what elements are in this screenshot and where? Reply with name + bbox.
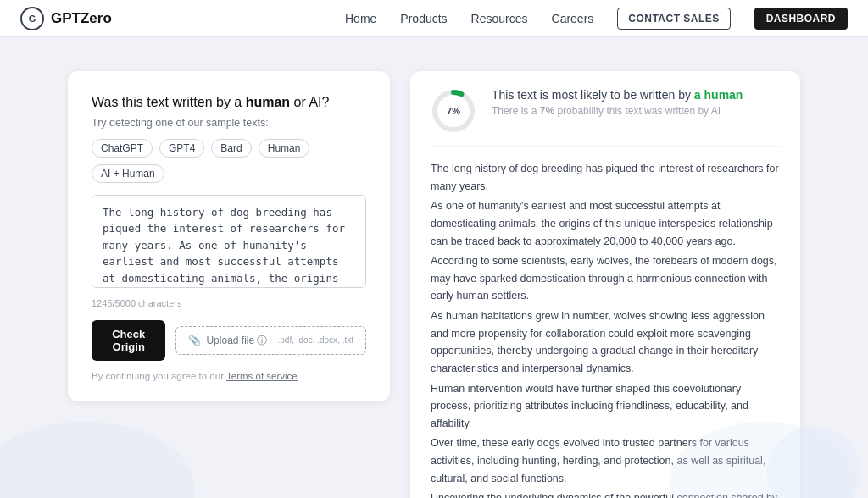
header: G GPTZero Home Products Resources Career… (0, 0, 868, 37)
result-paragraph: According to some scientists, early wolv… (431, 252, 780, 305)
result-header: 7% This text is most likely to be writte… (431, 88, 780, 147)
sample-chip[interactable]: Bard (211, 139, 251, 158)
upload-icon: 📎 (188, 334, 201, 348)
result-prefix: This text is most likely to be written b… (492, 88, 694, 102)
sample-chips: ChatGPTGPT4BardHumanAI + Human (92, 139, 366, 183)
nav-home[interactable]: Home (345, 12, 376, 25)
donut-percentage: 7% (447, 106, 460, 116)
sub-pct: 7% (540, 105, 554, 117)
result-paragraph: Uncovering the underlying dynamics of th… (431, 490, 780, 498)
card-title: Was this text written by a human or AI? (92, 95, 366, 110)
main-nav: Home Products Resources Careers CONTACT … (345, 8, 848, 30)
logo-icon: G (20, 7, 44, 30)
action-row: Check Origin 📎 Upload file ⓘ .pdf, .doc,… (92, 320, 366, 361)
result-human-label: a human (694, 88, 743, 102)
terms-prefix: By continuing you agree to our (92, 371, 226, 381)
terms-text: By continuing you agree to our Terms of … (92, 371, 366, 381)
sample-chip[interactable]: AI + Human (92, 164, 164, 183)
result-body: The long history of dog breeding has piq… (431, 160, 780, 498)
result-main: This text is most likely to be written b… (492, 88, 743, 102)
sample-label: Try detecting one of our sample texts: (92, 117, 366, 129)
result-paragraph: The long history of dog breeding has piq… (431, 160, 780, 195)
result-card: 7% This text is most likely to be writte… (410, 71, 800, 498)
textarea-wrapper (92, 195, 366, 291)
char-count: 1245/5000 characters (92, 298, 366, 308)
title-bold: human (246, 95, 290, 109)
sub-suffix: probability this text was written by AI (554, 105, 721, 117)
check-origin-button[interactable]: Check Origin (92, 320, 165, 361)
input-card: Was this text written by a human or AI? … (68, 71, 390, 401)
sample-chip[interactable]: GPT4 (159, 139, 204, 158)
upload-file-button[interactable]: 📎 Upload file ⓘ .pdf, .doc, .docx, .txt (175, 326, 366, 356)
nav-careers[interactable]: Careers (552, 12, 594, 25)
contact-sales-button[interactable]: CONTACT SALES (617, 8, 730, 30)
title-suffix: or AI? (290, 95, 329, 109)
result-paragraph: As human habitations grew in number, wol… (431, 307, 780, 378)
terms-link[interactable]: Terms of service (226, 371, 298, 381)
sample-chip[interactable]: Human (259, 139, 310, 158)
upload-label: Upload file ⓘ (206, 334, 267, 348)
result-paragraph: Human intervention would have further sh… (431, 380, 780, 433)
result-text: This text is most likely to be written b… (492, 88, 743, 117)
main-content: Was this text written by a human or AI? … (0, 37, 868, 498)
sample-chip[interactable]: ChatGPT (92, 139, 153, 158)
upload-hint: .pdf, .doc, .docx, .txt (278, 335, 354, 346)
logo-area: G GPTZero (20, 7, 112, 30)
title-prefix: Was this text written by a (92, 95, 246, 109)
dashboard-button[interactable]: DASHBOARD (754, 8, 848, 30)
nav-products[interactable]: Products (400, 12, 447, 25)
sub-prefix: There is a (492, 105, 540, 117)
logo-text: GPTZero (51, 10, 112, 27)
probability-donut: 7% (431, 88, 476, 134)
text-input[interactable] (92, 195, 366, 288)
result-paragraph: As one of humanity's earliest and most s… (431, 197, 780, 250)
nav-resources[interactable]: Resources (471, 12, 528, 25)
svg-text:G: G (29, 14, 36, 24)
result-subtitle: There is a 7% probability this text was … (492, 105, 743, 117)
result-paragraph: Over time, these early dogs evolved into… (431, 434, 780, 487)
